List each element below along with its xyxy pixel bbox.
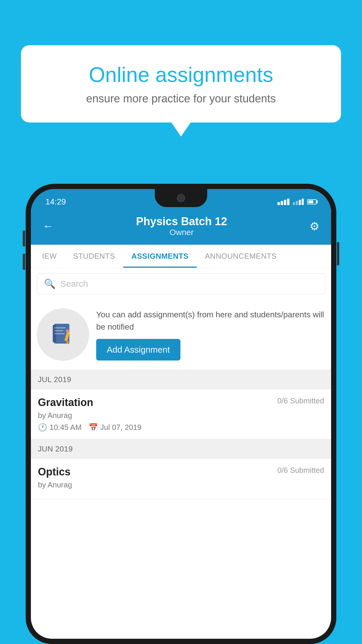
tab-bar: IEW STUDENTS ASSIGNMENTS ANNOUNCEMENTS — [31, 245, 331, 268]
assignment-by: by Anurag — [38, 411, 324, 420]
status-time: 14:29 — [45, 197, 66, 206]
signal-icon — [293, 199, 304, 205]
phone-screen: 14:29 — [31, 189, 331, 639]
volume-down-button — [23, 254, 25, 270]
assignment-time: 🕐 10:45 AM — [38, 423, 82, 432]
add-assignment-button[interactable]: Add Assignment — [96, 339, 180, 360]
notebook-svg — [50, 321, 76, 348]
assignment-item-optics[interactable]: Optics 0/6 Submitted by Anurag — [31, 459, 331, 500]
section-header-jun: JUN 2019 — [31, 439, 331, 459]
notebook-icon-wrapper — [50, 321, 76, 348]
batch-title: Physics Batch 12 — [54, 215, 310, 228]
speech-bubble-container: Online assignments ensure more practice … — [21, 45, 341, 123]
svg-rect-2 — [55, 327, 66, 328]
assignment-name: Gravitation — [38, 396, 93, 409]
assignment-icon-circle — [37, 308, 89, 361]
search-placeholder: Search — [60, 279, 88, 289]
settings-icon[interactable]: ⚙ — [310, 220, 319, 233]
search-bar[interactable]: 🔍 Search — [37, 273, 325, 294]
svg-rect-4 — [55, 333, 65, 334]
batch-role: Owner — [54, 228, 310, 237]
back-button[interactable]: ← — [43, 220, 54, 232]
search-container: 🔍 Search — [31, 268, 331, 300]
app-header: ← Physics Batch 12 Owner ⚙ — [31, 209, 331, 245]
status-icons — [277, 199, 317, 205]
optics-submitted: 0/6 Submitted — [277, 466, 324, 475]
battery-icon — [307, 199, 317, 204]
assignment-submitted: 0/6 Submitted — [277, 396, 324, 405]
header-center: Physics Batch 12 Owner — [54, 215, 310, 237]
optics-by: by Anurag — [38, 480, 324, 489]
assignment-item-header: Gravitation 0/6 Submitted — [38, 396, 324, 409]
section-header-jul: JUL 2019 — [31, 370, 331, 389]
assignment-info-text: You can add assignment(s) from here and … — [96, 309, 325, 333]
wifi-icon — [277, 199, 289, 205]
add-assignment-area: You can add assignment(s) from here and … — [31, 300, 331, 370]
tab-students[interactable]: STUDENTS — [65, 245, 123, 268]
power-button — [337, 242, 339, 265]
assignment-item-gravitation[interactable]: Gravitation 0/6 Submitted by Anurag 🕐 10… — [31, 389, 331, 439]
calendar-icon: 📅 — [89, 423, 98, 432]
assignment-date: 📅 Jul 07, 2019 — [89, 423, 142, 432]
front-camera — [177, 194, 185, 202]
background: Online assignments ensure more practice … — [0, 0, 362, 644]
assignment-meta: 🕐 10:45 AM 📅 Jul 07, 2019 — [38, 423, 324, 432]
search-icon: 🔍 — [44, 278, 56, 289]
tab-assignments[interactable]: ASSIGNMENTS — [123, 245, 197, 268]
optics-name: Optics — [38, 466, 71, 478]
clock-icon: 🕐 — [38, 423, 47, 432]
tab-announcements[interactable]: ANNOUNCEMENTS — [197, 245, 285, 268]
assignment-info: You can add assignment(s) from here and … — [96, 309, 325, 360]
speech-bubble-title: Online assignments — [44, 63, 318, 87]
svg-rect-3 — [55, 330, 63, 331]
speech-bubble-subtitle: ensure more practice for your students — [44, 92, 318, 105]
optics-item-header: Optics 0/6 Submitted — [38, 466, 324, 478]
phone-mockup: 14:29 — [26, 184, 336, 644]
phone-outer: 14:29 — [26, 184, 336, 644]
tab-iew[interactable]: IEW — [34, 245, 65, 268]
volume-up-button — [23, 230, 25, 246]
phone-notch — [155, 189, 207, 207]
speech-bubble: Online assignments ensure more practice … — [21, 45, 341, 123]
